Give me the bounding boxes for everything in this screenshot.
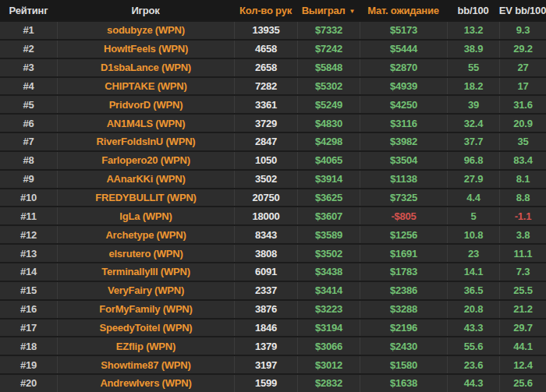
- column-header-ev[interactable]: Мат. ожидание: [360, 0, 447, 20]
- player-link[interactable]: ForMyFamily (WPN): [57, 301, 234, 318]
- bb100-cell: 23: [447, 245, 499, 262]
- evbb100-cell: 12.4: [499, 356, 546, 373]
- player-link[interactable]: Farlopero20 (WPN): [57, 152, 234, 169]
- table-row: #16ForMyFamily (WPN)3876$3223$328820.821…: [0, 299, 546, 318]
- evbb100-cell: -1.1: [499, 207, 546, 224]
- hands-cell: 3361: [234, 96, 297, 113]
- column-header-bb100[interactable]: bb/100: [447, 0, 499, 20]
- rank-cell: #14: [0, 263, 57, 281]
- evbb100-cell: 8.8: [499, 189, 546, 207]
- won-cell: $5249: [297, 96, 360, 113]
- player-link[interactable]: FREDYBULLIT (WPN): [57, 189, 234, 207]
- ev-cell: $3982: [360, 133, 447, 150]
- ev-cell: $2196: [360, 320, 447, 337]
- column-header-won-label: Выиграл: [302, 5, 346, 16]
- won-cell: $5302: [297, 78, 360, 95]
- won-cell: $3625: [297, 189, 360, 207]
- table-row: #5PridvorD (WPN)3361$5249$42503931.6: [0, 94, 546, 113]
- player-link[interactable]: IgLa (WPN): [57, 207, 234, 224]
- player-link[interactable]: HowItFeels (WPN): [57, 41, 234, 58]
- bb100-cell: 13.2: [447, 22, 499, 39]
- won-cell: $3914: [297, 171, 360, 188]
- won-cell: $3589: [297, 226, 360, 243]
- bb100-cell: 18.2: [447, 78, 499, 95]
- table-row: #17SpeedyToitel (WPN)1846$3194$219643.32…: [0, 318, 546, 337]
- table-row: #20AndrewIvers (WPN)1599$2832$163844.325…: [0, 373, 546, 392]
- hands-cell: 3197: [234, 356, 297, 373]
- hands-cell: 2658: [234, 59, 297, 76]
- hands-cell: 1846: [234, 320, 297, 337]
- won-cell: $3066: [297, 337, 360, 355]
- won-cell: $7332: [297, 22, 360, 39]
- won-cell: $4830: [297, 115, 360, 132]
- rank-cell: #15: [0, 282, 57, 299]
- column-header-player[interactable]: Игрок: [57, 0, 234, 20]
- bb100-cell: 37.7: [447, 133, 499, 150]
- column-header-won[interactable]: Выиграл ▼: [297, 0, 360, 20]
- ev-cell: $4250: [360, 96, 447, 113]
- hands-cell: 3502: [234, 171, 297, 188]
- ev-cell: $1256: [360, 226, 447, 243]
- table-row: #1sodubyze (WPN)13935$7332$517313.29.3: [0, 20, 546, 39]
- hands-cell: 18000: [234, 207, 297, 224]
- table-row: #15VeryFairy (WPN)2337$3414$238636.525.5: [0, 281, 546, 299]
- evbb100-cell: 29.2: [499, 41, 546, 58]
- evbb100-cell: 11.1: [499, 245, 546, 262]
- rank-cell: #20: [0, 375, 57, 392]
- rank-cell: #9: [0, 171, 57, 188]
- rank-cell: #1: [0, 22, 57, 39]
- bb100-cell: 38.9: [447, 41, 499, 58]
- player-link[interactable]: AAnarKKi (WPN): [57, 171, 234, 188]
- bb100-cell: 14.1: [447, 263, 499, 281]
- column-header-evbb100[interactable]: EV bb/100: [499, 0, 546, 20]
- ev-cell: $5444: [360, 41, 447, 58]
- bb100-cell: 44.3: [447, 375, 499, 392]
- evbb100-cell: 27: [499, 59, 546, 76]
- ev-cell: $1638: [360, 375, 447, 392]
- column-header-rank[interactable]: Рейтинг: [0, 0, 57, 20]
- hands-cell: 6091: [234, 263, 297, 281]
- player-link[interactable]: AN1M4LS (WPN): [57, 115, 234, 132]
- player-link[interactable]: Showtime87 (WPN): [57, 356, 234, 373]
- rank-cell: #12: [0, 226, 57, 243]
- evbb100-cell: 44.1: [499, 337, 546, 355]
- player-link[interactable]: EZflip (WPN): [57, 337, 234, 355]
- rank-cell: #4: [0, 78, 57, 95]
- table-row: #12Archetype (WPN)8343$3589$125610.83.8: [0, 224, 546, 243]
- column-header-hands[interactable]: Кол-во рук: [234, 0, 297, 20]
- player-link[interactable]: elsrutero (WPN): [57, 245, 234, 262]
- table-row: #11IgLa (WPN)18000$3607-$8055-1.1: [0, 206, 546, 224]
- ev-cell: $2870: [360, 59, 447, 76]
- hands-cell: 1599: [234, 375, 297, 392]
- ev-cell: $2386: [360, 282, 447, 299]
- player-link[interactable]: AndrewIvers (WPN): [57, 375, 234, 392]
- bb100-cell: 39: [447, 96, 499, 113]
- evbb100-cell: 3.8: [499, 226, 546, 243]
- table-body: #1sodubyze (WPN)13935$7332$517313.29.3#2…: [0, 20, 546, 392]
- ev-cell: $2430: [360, 337, 447, 355]
- rank-cell: #7: [0, 133, 57, 150]
- bb100-cell: 23.6: [447, 356, 499, 373]
- player-link[interactable]: D1sbaLance (WPN): [57, 59, 234, 76]
- table-row: #6AN1M4LS (WPN)3729$4830$311632.420.9: [0, 113, 546, 132]
- bb100-cell: 27.9: [447, 171, 499, 188]
- rank-cell: #3: [0, 59, 57, 76]
- player-link[interactable]: sodubyze (WPN): [57, 22, 234, 39]
- player-link[interactable]: TerminallyIll (WPN): [57, 263, 234, 281]
- hands-cell: 20750: [234, 189, 297, 207]
- won-cell: $3012: [297, 356, 360, 373]
- player-link[interactable]: CHIPTAKE (WPN): [57, 78, 234, 95]
- won-cell: $4065: [297, 152, 360, 169]
- rank-cell: #11: [0, 207, 57, 224]
- player-link[interactable]: Archetype (WPN): [57, 226, 234, 243]
- hands-cell: 2337: [234, 282, 297, 299]
- ev-cell: $1138: [360, 171, 447, 188]
- player-link[interactable]: PridvorD (WPN): [57, 96, 234, 113]
- player-link[interactable]: SpeedyToitel (WPN): [57, 320, 234, 337]
- rank-cell: #5: [0, 96, 57, 113]
- table-row: #4CHIPTAKE (WPN)7282$5302$493918.217: [0, 76, 546, 95]
- ev-cell: -$805: [360, 207, 447, 224]
- table-header: Рейтинг Игрок Кол-во рук Выиграл ▼ Мат. …: [0, 0, 546, 20]
- player-link[interactable]: VeryFairy (WPN): [57, 282, 234, 299]
- player-link[interactable]: RiverFoldsInU (WPN): [57, 133, 234, 150]
